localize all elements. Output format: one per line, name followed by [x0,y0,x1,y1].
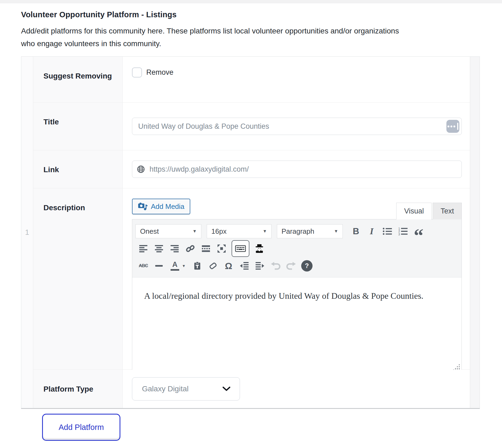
field-row-description: Description [33,188,470,370]
platform-type-select[interactable]: Galaxy Digital [132,377,240,401]
row-actions-column [470,57,480,408]
align-center-icon [155,245,163,252]
link-label: Link [33,150,123,188]
numbered-list-button[interactable]: 1 2 3 [395,224,411,239]
remove-formatting-button[interactable] [205,258,221,273]
undo-icon [270,262,281,270]
block-format-value: Paragraph [281,227,314,236]
chevron-down-icon: ▼ [192,229,197,234]
add-media-label: Add Media [151,202,184,211]
bullet-list-button[interactable] [379,224,395,239]
platform-type-value: Galaxy Digital [142,385,189,393]
person-with-hat-icon [255,244,264,253]
link-input-wrap [132,161,462,178]
toolbar-row-2 [135,240,458,257]
text-color-button[interactable]: A ▼ [167,258,189,273]
toolbar-toggle-button[interactable] [232,240,249,257]
row-order-column[interactable]: 1 [21,57,33,408]
read-more-button[interactable] [198,241,214,256]
chevron-down-icon: ▼ [263,229,267,234]
insert-link-button[interactable] [182,241,198,256]
toolbar-row-3: ABC A ▼ [135,257,458,274]
font-family-value: Onest [140,227,159,236]
top-strip [0,0,502,3]
link-cell [123,150,470,188]
fullscreen-button[interactable] [214,241,229,256]
font-family-select[interactable]: Onest ▼ [135,224,201,238]
field-row-suggest-removing: Suggest Removing Remove [33,57,470,103]
title-cell [123,103,470,150]
block-format-select[interactable]: Paragraph ▼ [277,224,343,238]
redo-button[interactable] [283,258,299,273]
field-group-description: Add/edit platforms for this community he… [21,25,412,50]
suggest-removing-cell: Remove [123,57,470,102]
platform-type-cell: Galaxy Digital [123,370,470,408]
outdent-icon [240,262,249,270]
font-size-value: 16px [211,227,226,236]
add-media-icon [138,202,148,211]
title-label: Title [33,103,123,150]
password-manager-autofill-icon[interactable] [446,120,459,133]
bullet-list-icon [383,228,392,235]
link-input[interactable] [132,161,462,178]
align-right-icon [171,245,179,252]
editor-header: Add Media Visual Text [132,198,462,219]
svg-text:3: 3 [398,233,400,236]
editor-content-area[interactable]: A local/regional directory provided by U… [132,291,462,372]
eraser-icon [208,262,218,270]
remove-checkbox[interactable] [132,67,142,77]
read-more-icon [202,245,210,252]
globe-icon [137,165,145,173]
special-character-button[interactable]: Ω [221,258,236,273]
description-cell: Add Media Visual Text Onest [123,188,470,369]
chevron-down-icon: ▼ [182,264,186,268]
link-icon [186,244,195,253]
tab-visual[interactable]: Visual [396,203,432,219]
tab-text[interactable]: Text [433,203,462,219]
outdent-button[interactable] [236,258,252,273]
platform-repeater: 1 Suggest Removing Remove Title [21,56,480,409]
chevron-down-icon: ▼ [334,229,338,234]
title-input[interactable] [132,118,462,135]
indent-button[interactable] [252,258,268,273]
description-label: Description [33,188,123,369]
help-button[interactable]: ? [299,258,315,273]
editor-mode-tabs: Visual Text [396,203,462,219]
row-number: 1 [25,228,29,237]
text-color-icon: A [171,261,179,271]
align-left-button[interactable] [135,241,151,256]
chevron-down-icon [222,386,230,391]
fullscreen-icon [217,244,226,253]
align-right-button[interactable] [167,241,182,256]
font-size-select[interactable]: 16px ▼ [207,224,272,238]
suggest-removing-label: Suggest Removing [33,57,123,102]
indent-icon [256,262,264,270]
horizontal-rule-icon [155,265,163,267]
editor-paragraph: A local/regional directory provided by U… [144,291,450,301]
keyboard-icon [235,244,246,253]
strikethrough-button[interactable]: ABC [135,258,151,273]
redo-icon [286,262,296,270]
align-center-button[interactable] [151,241,167,256]
person-shortcode-button[interactable] [252,241,267,256]
clipboard-text-icon [194,262,201,270]
field-row-link: Link [33,150,470,188]
blockquote-button[interactable]: “ [411,228,426,243]
field-row-title: Title [33,103,470,150]
title-input-wrap [132,118,462,135]
remove-checkbox-label: Remove [146,68,174,77]
paste-as-text-button[interactable] [189,258,205,273]
undo-button[interactable] [268,258,283,273]
field-row-platform-type: Platform Type Galaxy Digital [33,370,470,408]
help-icon: ? [301,260,313,271]
remove-checkbox-group: Remove [132,67,462,77]
bold-button[interactable]: B [348,224,364,239]
horizontal-rule-button[interactable] [151,258,167,273]
repeater-row-fields: Suggest Removing Remove Title [33,57,470,408]
italic-button[interactable]: I [364,224,379,239]
add-platform-button[interactable]: Add Platform [42,414,120,441]
editor-toolbar: Onest ▼ 16px ▼ Paragraph ▼ [132,219,462,277]
add-media-button[interactable]: Add Media [132,199,190,214]
metabox-content: Volunteer Opportunity Platform - Listing… [0,10,502,441]
numbered-list-icon: 1 2 3 [398,227,408,235]
